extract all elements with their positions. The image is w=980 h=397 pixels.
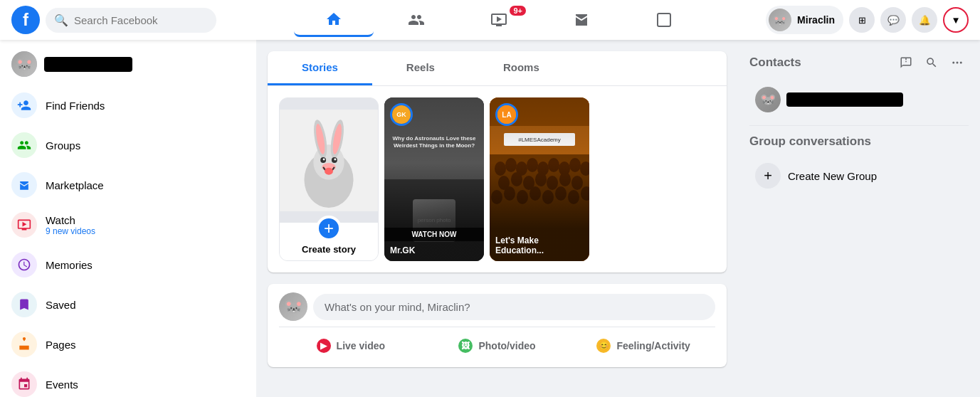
navbar-right: 🐭 Miraclin ⊞ 💬 🔔 ▼ [755,6,969,34]
memories-icon [11,252,37,277]
main-feed: Stories Reels Rooms [256,40,738,397]
groups-label: Groups [46,139,80,152]
divider [749,125,969,126]
user-chip[interactable]: 🐭 Miraclin [766,6,843,34]
stories-card: Stories Reels Rooms [268,51,727,272]
new-chat-icon-button[interactable] [895,51,917,74]
feeling-label: Feeling/Activity [616,340,690,351]
post-input[interactable]: What's on your mind, Miraclin? [313,294,715,320]
marketplace-label: Marketplace [46,179,104,191]
watch-now-badge: WATCH NOW [384,228,484,241]
sidebar-item-events[interactable]: Events [6,364,251,397]
photo-video-icon: 🖼 [458,339,473,353]
nav-friends-button[interactable] [376,3,456,37]
sidebar-item-memories[interactable]: Memories [6,245,251,285]
svg-point-47 [960,62,962,64]
saved-icon [11,292,37,317]
sidebar-user-name [44,57,132,72]
nav-home-button[interactable] [294,3,374,37]
create-group-row[interactable]: + Create New Group [749,157,969,194]
sidebar-item-find-friends[interactable]: Find Friends [6,85,251,125]
create-story-image-area [280,98,378,223]
search-input[interactable] [74,14,208,26]
watch-sublabel: 9 new videos [46,226,95,236]
search-icon: 🔍 [54,14,68,27]
sidebar-item-marketplace[interactable]: Marketplace [6,165,251,205]
memories-label: Memories [46,259,93,271]
watch-text-group: Watch 9 new videos [46,214,95,236]
contacts-title: Contacts [749,55,801,70]
story-gk-avatar: GK [390,103,413,126]
marketplace-icon [11,172,37,198]
sidebar-item-groups[interactable]: Groups [6,125,251,165]
messenger-icon-button[interactable]: 💬 [880,7,906,33]
tabs-row: Stories Reels Rooms [268,51,727,86]
svg-point-13 [334,159,336,161]
live-video-icon: ▶ [317,339,331,353]
stories-row: + Create story Why do Astronauts Love th… [268,86,727,272]
user-name: Miraclin [797,14,835,26]
svg-point-46 [957,62,959,64]
tab-reels[interactable]: Reels [372,51,469,85]
post-user-avatar: 🐭 [279,292,307,321]
story-edu-name: Let's Make Education... [495,235,584,255]
story-card-gk[interactable]: Why do Astronauts Love these Weirdest Th… [384,97,484,261]
create-group-label: Create New Group [788,170,877,182]
live-video-label: Live video [337,340,385,351]
contacts-more-button[interactable] [946,51,969,74]
sidebar-item-saved[interactable]: Saved [6,285,251,324]
sidebar-user-row[interactable]: 🐭 [6,46,251,83]
facebook-logo[interactable]: f [11,6,40,34]
main-layout: 🐭 Find Friends Groups Marketplace [0,40,980,397]
sidebar-item-pages[interactable]: Pages [6,324,251,364]
post-box: 🐭 What's on your mind, Miraclin? ▶ Live … [268,284,727,367]
contacts-header: Contacts [749,51,969,74]
live-video-button[interactable]: ▶ Live video [279,333,423,359]
svg-point-45 [952,62,954,64]
nav-watch-button[interactable]: 9+ [459,3,539,37]
tab-rooms[interactable]: Rooms [469,51,574,85]
events-label: Events [46,379,78,391]
svg-rect-0 [658,14,670,26]
contact-row[interactable]: 🐭 [749,83,969,117]
create-group-plus-icon: + [755,163,781,189]
find-friends-icon [11,92,37,118]
story-card-education[interactable]: #LMESAcademy LA Let's Make Education... [490,97,589,261]
contact-avatar: 🐭 [755,87,781,112]
pages-icon [11,332,37,357]
account-caret-button[interactable]: ▼ [943,7,969,33]
sidebar-user-avatar: 🐭 [11,51,37,77]
svg-point-11 [325,168,333,175]
navbar-left: f 🔍 [11,6,243,34]
post-box-actions: ▶ Live video 🖼 Photo/video 😊 Feeling/Act… [279,327,715,359]
pages-label: Pages [46,339,76,351]
navbar-center: 9+ [243,3,755,37]
contacts-icons [895,51,969,74]
story-gk-name: Mr.GK [390,245,478,255]
create-story-card[interactable]: + Create story [279,97,379,261]
create-story-plus-icon: + [316,216,342,241]
nav-marketplace-button[interactable] [542,3,621,37]
post-box-top: 🐭 What's on your mind, Miraclin? [279,292,715,321]
search-bar[interactable]: 🔍 [46,8,216,33]
notifications-icon-button[interactable]: 🔔 [912,7,937,33]
find-friends-label: Find Friends [46,100,105,112]
tab-stories[interactable]: Stories [268,51,372,85]
watch-icon [11,212,37,238]
navbar: f 🔍 9+ 🐭 Mir [0,0,980,40]
create-story-label: Create story [302,244,356,255]
nav-groups-button[interactable] [624,3,704,37]
right-sidebar: Contacts 🐭 Group conversations [738,40,980,397]
svg-text:LA: LA [502,111,511,119]
photo-video-label: Photo/video [478,340,535,351]
group-conversations-title: Group conversations [749,134,969,149]
feeling-activity-button[interactable]: 😊 Feeling/Activity [571,333,715,359]
search-contacts-button[interactable] [920,51,943,74]
watch-label: Watch [46,214,95,226]
photo-video-button[interactable]: 🖼 Photo/video [426,333,569,359]
sidebar-item-watch[interactable]: Watch 9 new videos [6,205,251,245]
watch-badge: 9+ [510,6,526,16]
story-edu-avatar: LA [495,103,518,126]
feeling-icon: 😊 [596,339,611,353]
grid-icon-button[interactable]: ⊞ [849,7,875,33]
